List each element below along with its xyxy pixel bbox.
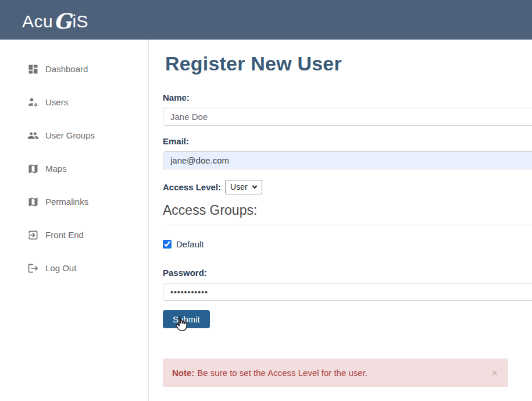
note-text: Be sure to set the Access Level for the … bbox=[197, 368, 367, 378]
sidebar: Dashboard Users User Groups Ma bbox=[0, 40, 149, 401]
name-input[interactable] bbox=[163, 108, 532, 126]
map-icon bbox=[27, 196, 39, 208]
default-group-label: Default bbox=[176, 239, 204, 249]
page-title: Register New User bbox=[165, 52, 532, 75]
sidebar-item-maps[interactable]: Maps bbox=[0, 161, 148, 176]
sidebar-item-label: Front End bbox=[45, 230, 84, 240]
map-icon bbox=[27, 163, 39, 175]
sidebar-item-dashboard[interactable]: Dashboard bbox=[0, 62, 148, 76]
sidebar-item-user-groups[interactable]: User Groups bbox=[0, 128, 148, 143]
sidebar-item-label: Permalinks bbox=[45, 197, 88, 207]
access-level-label: Access Level: bbox=[163, 182, 221, 192]
sidebar-item-log-out[interactable]: Log Out bbox=[0, 261, 148, 275]
sidebar-item-label: Maps bbox=[45, 164, 67, 173]
default-group-checkbox[interactable] bbox=[163, 240, 172, 249]
sidebar-item-label: Dashboard bbox=[45, 64, 88, 74]
password-label: Password: bbox=[163, 268, 532, 278]
logo-text-g: G bbox=[53, 9, 72, 33]
main-content: Register New User Name: Email: Access Le… bbox=[149, 40, 532, 401]
access-level-select[interactable]: User bbox=[225, 180, 262, 194]
note-alert: Note: Be sure to set the Access Level fo… bbox=[163, 359, 508, 387]
submit-button[interactable]: Submit bbox=[163, 310, 210, 328]
sidebar-item-label: Log Out bbox=[45, 263, 76, 273]
logo-text: Acu bbox=[22, 12, 53, 31]
sidebar-item-users[interactable]: Users bbox=[0, 95, 148, 109]
close-icon[interactable]: × bbox=[491, 368, 499, 378]
access-groups-heading: Access Groups: bbox=[163, 203, 532, 225]
sidebar-item-label: User Groups bbox=[45, 130, 95, 140]
logo-text-is: iS bbox=[72, 12, 88, 31]
sidebar-item-permalinks[interactable]: Permalinks bbox=[0, 194, 148, 209]
user-settings-icon bbox=[27, 97, 39, 108]
dashboard-icon bbox=[27, 63, 39, 75]
sidebar-item-front-end[interactable]: Front End bbox=[0, 228, 148, 242]
logout-icon bbox=[27, 262, 39, 274]
password-input[interactable] bbox=[163, 283, 532, 301]
note-prefix: Note: bbox=[172, 368, 194, 378]
access-level-selected-value: User bbox=[230, 182, 248, 191]
acugis-logo[interactable]: AcuGiS bbox=[22, 8, 88, 32]
users-group-icon bbox=[27, 130, 39, 141]
name-label: Name: bbox=[163, 93, 532, 102]
enter-app-icon bbox=[27, 229, 39, 241]
email-label: Email: bbox=[163, 136, 532, 146]
sidebar-item-label: Users bbox=[45, 97, 68, 107]
top-header: AcuGiS bbox=[0, 0, 532, 40]
email-input[interactable] bbox=[163, 151, 532, 169]
chevron-down-icon bbox=[252, 184, 258, 190]
